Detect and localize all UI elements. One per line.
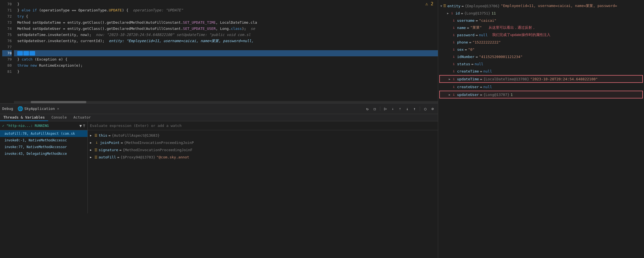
code-line-76: setUpdateUser.invoke(entity, currentId);…	[14, 38, 438, 44]
field-name: name	[457, 26, 466, 30]
id-arrow[interactable]: ▶	[447, 12, 449, 15]
run-to-cursor-btn[interactable]: ↓	[404, 106, 410, 112]
sex-value: "0"	[468, 47, 474, 52]
evaluate-btn[interactable]: ○	[422, 106, 428, 112]
var-updateuser-row[interactable]: ▶ i updateUser = {Long@13707} 1	[439, 91, 643, 98]
tab-threads-variables[interactable]: Threads & Variables	[0, 114, 48, 121]
right-panel: ▼ ☰ entity = {Employee@13706} "Employee(…	[438, 0, 644, 258]
phone-name: phone	[457, 40, 468, 44]
entity-root-row[interactable]: ▼ ☰ entity = {Employee@13706} "Employee(…	[438, 2, 644, 9]
entity-type: {Employee@13706}	[465, 4, 500, 8]
left-panel: ⚠ 2 70 71 72 73 74 75 76 77 78 79 80 81 …	[0, 0, 438, 258]
idnumber-icon: i	[452, 55, 456, 59]
stack-frame-2-label: invoke:77, NativeMethodAccessor	[4, 145, 67, 149]
var-jp-name: joinPoint	[100, 139, 119, 146]
updatetime-arrow[interactable]: ▶	[449, 78, 450, 81]
sex-name: sex	[457, 47, 464, 52]
var-this-name: this	[99, 132, 107, 139]
code-line-79: } catch (Exception e) {	[14, 56, 438, 62]
var-phone-row[interactable]: i phone = "15222222222"	[438, 38, 644, 46]
code-line-73: Method setUpdateTime = entity.getClass()…	[14, 20, 438, 26]
id-int-icon: i	[450, 11, 454, 15]
var-updatetime-row[interactable]: ▶ i updateTime = {LocalDateTime@13708} "…	[439, 75, 643, 83]
var-joinpoint[interactable]: ▶ i joinPoint = {MethodInvocationProceed…	[88, 139, 438, 146]
username-value: "caicai"	[479, 18, 496, 23]
password-name: password	[457, 33, 475, 37]
var-af-arrow[interactable]: ▶	[90, 154, 93, 161]
entity-name: entity	[447, 4, 460, 8]
stack-frame-0[interactable]: autoFill:78, AutoFillAspect (com.sk	[0, 130, 87, 137]
step-over-btn[interactable]: ▷	[382, 106, 389, 112]
stack-frame-2[interactable]: invoke:77, NativeMethodAccessor	[0, 144, 87, 150]
var-password-row[interactable]: i password = null 我们完成了update操作时的属性注入	[438, 31, 644, 38]
stack-frame-1[interactable]: invoke0:-1, NativeMethodAccessc	[0, 137, 87, 144]
createuser-name: createUser	[457, 85, 479, 89]
var-createtime-row[interactable]: i createTime = null	[438, 67, 644, 75]
debug-toolbar: ↻ ◻ ▷ ⇓ ⇡ ↓ ↑ ○ ⊘	[364, 106, 436, 112]
updateuser-icon: i	[452, 93, 456, 97]
thread-sort-btn[interactable]: ⊤	[83, 124, 85, 128]
var-status-row[interactable]: i status = null	[438, 60, 644, 67]
var-signature[interactable]: ▶ ☰ signature = {MethodInvocationProceed…	[88, 146, 438, 153]
var-name-row[interactable]: i name = "莱莱" 从这里可以看出，通过反射，	[438, 24, 644, 31]
variables-panel: ▶ ☰ this = {AutoFillAspect@13683} ▶ i jo…	[88, 130, 438, 213]
updatetime-name: updateTime	[457, 77, 479, 81]
mute-btn[interactable]: ⊘	[430, 106, 436, 112]
step-out-btn[interactable]: ⇡	[397, 106, 403, 112]
idnumber-name: idNumber	[457, 55, 475, 59]
resume-btn[interactable]: ↻	[364, 106, 370, 112]
step-into-btn[interactable]: ⇓	[390, 106, 396, 112]
entity-expand-arrow[interactable]: ▼	[440, 4, 442, 8]
updatetime-type: {LocalDateTime@13708}	[483, 77, 529, 81]
updateuser-type: {Long@13707}	[483, 93, 509, 97]
updateuser-arrow[interactable]: ▶	[449, 93, 450, 96]
right-debug-section: ▶ ☰ this = {AutoFillAspect@13683} ▶ i jo…	[88, 121, 438, 213]
var-autofill[interactable]: ▶ ☰ autoFill = {$Proxy94@13703} "@com.sk…	[88, 153, 438, 160]
createuser-icon: i	[452, 85, 456, 89]
code-line-74: Method setUpdateUser = entity.getClass()…	[14, 26, 438, 32]
var-af-name: autoFill	[99, 154, 116, 161]
var-jp-type: {MethodInvocationProceedingJoinP	[124, 139, 194, 146]
id-value: 11	[491, 11, 496, 15]
evaluate-input[interactable]	[88, 122, 438, 129]
createuser-value: null	[483, 85, 492, 89]
thread-check-icon: ✓	[2, 124, 4, 128]
password-icon: i	[452, 33, 456, 37]
var-this-type: {AutoFillAspect@13683}	[112, 132, 160, 139]
var-this[interactable]: ▶ ☰ this = {AutoFillAspect@13683}	[88, 131, 438, 139]
force-run-btn[interactable]: ↑	[411, 106, 418, 112]
debug-app-tab[interactable]: 🌐 SkyApplication ×	[18, 106, 59, 111]
int-icon-jp: i	[94, 139, 99, 146]
id-type: {Long@13751}	[464, 11, 491, 15]
var-idnumber-row[interactable]: i idNumber = "411525200001121234"	[438, 53, 644, 60]
threads-header: ✓ "http-nio...: RUNNING ▼ ⊤	[0, 121, 87, 130]
updatetime-icon: i	[452, 77, 456, 81]
tab-console[interactable]: Console	[48, 114, 70, 121]
var-sig-arrow[interactable]: ▶	[90, 146, 93, 154]
filter-btn[interactable]: ▼	[79, 124, 82, 128]
stop-btn[interactable]: ◻	[372, 106, 378, 112]
var-id-row[interactable]: ▶ i id = {Long@13751} 11	[438, 9, 644, 17]
var-sex-row[interactable]: i sex = "0"	[438, 46, 644, 53]
stack-frame-3[interactable]: invoke:43, DelegatingMethodAcce	[0, 150, 87, 157]
sex-icon: i	[452, 48, 456, 51]
var-this-arrow[interactable]: ▶	[90, 132, 93, 139]
var-username-row[interactable]: i username = "caicai"	[438, 17, 644, 24]
code-area: ⚠ 2 70 71 72 73 74 75 76 77 78 79 80 81 …	[0, 0, 438, 103]
close-app-tab[interactable]: ×	[57, 107, 59, 111]
username-icon: i	[452, 19, 456, 22]
threads-panel: ✓ "http-nio...: RUNNING ▼ ⊤ autoFill:78,…	[0, 121, 88, 213]
code-line-77	[14, 44, 438, 50]
phone-icon: i	[452, 40, 456, 44]
app-icon: 🌐	[18, 106, 23, 111]
debug-app-name: SkyApplication	[24, 107, 55, 111]
var-jp-arrow[interactable]: ▶	[90, 139, 93, 146]
var-createuser-row[interactable]: i createUser = null	[438, 83, 644, 90]
tab-actuator[interactable]: Actuator	[70, 114, 94, 121]
username-name: username	[457, 18, 475, 23]
createtime-name: createTime	[457, 69, 479, 73]
name-value: "莱莱"	[470, 25, 482, 30]
code-line-80: throw new RuntimeException(e);	[14, 62, 438, 69]
main-container: ⚠ 2 70 71 72 73 74 75 76 77 78 79 80 81 …	[0, 0, 644, 258]
var-af-value: "@com.sky.annot	[157, 154, 189, 161]
